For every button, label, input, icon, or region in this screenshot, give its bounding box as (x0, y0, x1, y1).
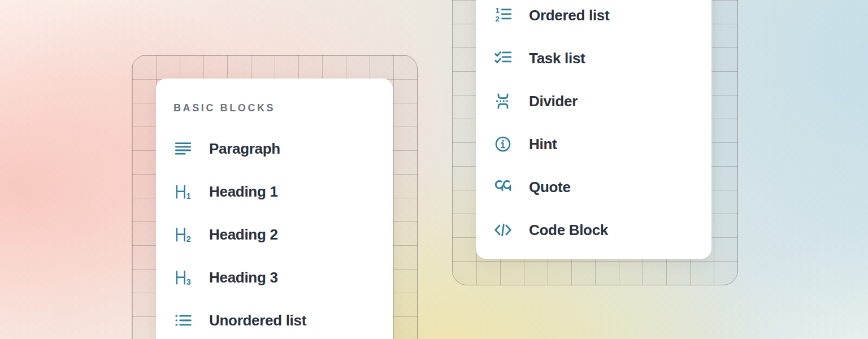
menu-item-label: Heading 2 (209, 226, 278, 244)
basic-blocks-menu-card: BASIC BLOCKS Paragraph Heading 1 Heading… (156, 79, 393, 339)
basic-blocks-menu-list: Paragraph Heading 1 Heading 2 Heading 3 … (173, 127, 388, 339)
menu-item-label: Heading 3 (209, 269, 278, 286)
menu-item-label: Divider (529, 93, 578, 110)
task-list-icon (493, 49, 513, 68)
menu-item-label: Quote (529, 179, 571, 196)
menu-item-code-block[interactable]: Code Block (493, 208, 707, 251)
menu-item-label: Unordered list (209, 312, 306, 329)
menu-item-paragraph[interactable]: Paragraph (173, 127, 388, 170)
list-blocks-menu-card: Ordered list Task list Divider Hint Quot… (476, 0, 711, 259)
menu-item-heading-1[interactable]: Heading 1 (173, 170, 388, 213)
menu-item-heading-2[interactable]: Heading 2 (173, 213, 388, 256)
menu-item-heading-3[interactable]: Heading 3 (173, 256, 388, 299)
heading-2-icon (173, 225, 193, 244)
divider-icon (493, 92, 513, 111)
list-blocks-menu-list: Ordered list Task list Divider Hint Quot… (493, 0, 707, 251)
code-block-icon (493, 220, 513, 240)
menu-item-label: Heading 1 (209, 183, 278, 201)
menu-item-ordered-list[interactable]: Ordered list (493, 0, 707, 37)
menu-item-divider[interactable]: Divider (493, 80, 707, 123)
menu-item-label: Code Block (529, 221, 608, 239)
heading-3-icon (173, 268, 193, 287)
unordered-list-icon (173, 311, 193, 330)
paragraph-icon (173, 139, 193, 158)
menu-item-label: Hint (529, 136, 557, 153)
menu-item-label: Task list (529, 50, 585, 67)
ordered-list-icon (493, 6, 513, 25)
menu-item-label: Ordered list (529, 7, 609, 24)
hint-icon (493, 134, 513, 154)
menu-item-hint[interactable]: Hint (493, 123, 707, 166)
menu-item-task-list[interactable]: Task list (493, 37, 707, 80)
menu-item-label: Paragraph (209, 140, 280, 158)
heading-1-icon (173, 182, 193, 201)
basic-blocks-section-label: BASIC BLOCKS (173, 102, 275, 114)
menu-item-unordered-list[interactable]: Unordered list (173, 299, 388, 339)
hero-illustration: BASIC BLOCKS Paragraph Heading 1 Heading… (0, 0, 868, 339)
menu-item-quote[interactable]: Quote (493, 166, 707, 208)
quote-icon (493, 177, 513, 197)
